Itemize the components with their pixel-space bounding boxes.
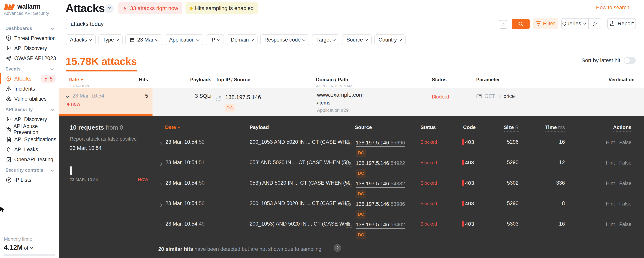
false-action[interactable]: False [619,221,632,227]
chip-country[interactable]: Country [374,34,406,45]
sidebar-item-vulnerabilities[interactable]: Vulnerabilities [0,94,59,104]
section-events[interactable]: Events [0,66,59,72]
sidebar-nav: Dashboards Threat Prevention API Discove… [0,26,59,187]
country-code[interactable]: US [346,161,352,166]
expand-chevron-icon[interactable] [160,140,162,146]
sidebar-item-owasp-api-2023[interactable]: OWASP API 2023 [0,53,59,63]
hit-row[interactable]: 23 Mar, 10:54:52 200_1053 AND 5020 IN ..… [59,135,644,156]
sidebar-item-threat-prevention[interactable]: Threat Prevention [0,33,59,43]
attack-ip[interactable]: 138.197.5.146 [225,94,261,100]
sort-label: Sort by latest hit [582,57,620,64]
country-code[interactable]: US [346,182,352,187]
hit-source: US 138.197.5.146:53402 [346,222,405,228]
chip-domain[interactable]: Domain [227,34,258,45]
hit-ip[interactable]: 138.197.5.146:53986 [356,201,405,208]
sidebar-item-ip-lists[interactable]: IP IP Lists [0,175,59,185]
chip-attacks[interactable]: Attacks [66,34,96,45]
country-code[interactable]: US [346,202,352,208]
expand-chevron-icon[interactable] [160,222,162,228]
hit-ip[interactable]: 138.197.5.146:54382 [356,181,405,188]
chip-ip[interactable]: IP [206,34,224,45]
country-code[interactable]: US [346,223,352,228]
collapse-chevron-icon[interactable] [66,94,69,98]
false-action[interactable]: False [619,140,632,145]
chip-type[interactable]: Type [98,34,123,45]
false-action[interactable]: False [619,160,632,166]
monthly-limit-value: 4.12M [4,244,22,251]
sidebar-item-api-abuse-prevention[interactable]: API Abuse Prevention [0,124,59,134]
sidebar-item-openapi-testing[interactable]: OpenAPI Testing [0,154,59,164]
hit-size: 5290 [484,200,518,206]
attack-parameter: GET price [476,93,515,99]
filter-button[interactable]: Filter [533,18,558,29]
hit-row[interactable]: 23 Mar, 10:54:50 200_1053 AND 5020 IN ..… [59,196,644,217]
sampling-footer: 20 similar hits have been detected but a… [158,246,322,252]
hit-actions: Hint False [606,160,632,166]
chip-target[interactable]: Target [312,34,339,45]
queries-button[interactable]: Queries [562,18,586,28]
help-icon[interactable]: ? [105,4,114,13]
chevron-down-icon [583,22,586,24]
country-code[interactable]: US [346,141,352,146]
hint-action[interactable]: Hint [606,160,615,166]
sidebar-item-incidents[interactable]: Incidents [0,84,59,94]
hit-time: 12 [530,160,565,166]
column-actions[interactable]: Actions [613,124,632,130]
expand-chevron-icon[interactable] [160,161,162,167]
expand-chevron-icon[interactable] [160,181,162,187]
section-dashboards[interactable]: Dashboards [0,26,59,31]
hint-action[interactable]: Hint [606,201,615,207]
hit-date: 23 Mar, 10:54:51 [166,160,205,166]
svg-text:IP: IP [8,179,10,182]
sort-desc-icon [178,127,180,128]
column-time[interactable]: Time ms [530,124,565,130]
false-action[interactable]: False [619,180,632,186]
search-input[interactable] [66,19,500,29]
http-method: GET [484,93,495,99]
column-date[interactable]: Date [165,124,180,130]
sidebar-item-api-leaks[interactable]: API Leaks [0,144,59,154]
search-button[interactable] [512,19,530,29]
hit-ip[interactable]: 138.197.5.146:54922 [356,160,405,167]
chevron-down-icon [50,168,54,172]
false-action[interactable]: False [619,201,632,207]
hit-size: 5296 [484,139,518,145]
chip-application[interactable]: Application [165,34,203,45]
chevron-down-icon [50,66,54,70]
country-code[interactable]: US [216,96,221,100]
expand-chevron-icon[interactable] [160,202,162,208]
hit-ip[interactable]: 138.197.5.146:55696 [356,140,405,147]
sidebar-item-api-discovery[interactable]: API Discovery [0,43,59,53]
hint-action[interactable]: Hint [606,140,615,145]
footer-help-icon[interactable]: ? [334,244,341,252]
biohazard-icon [6,96,14,102]
sort-toggle[interactable] [624,57,636,64]
attack-row-expanded[interactable]: 23 Mar, 10:54 now 5 3 SQLi US 138.197.5.… [59,88,644,116]
column-hits[interactable]: Hits [121,77,148,82]
filter-icon [536,22,541,26]
chip-date[interactable]: 23 Mar [125,34,162,45]
hint-action[interactable]: Hint [606,180,615,186]
column-domain-path: Domain / Path [316,77,348,82]
sampling-badge: Hits sampling is enabled [186,2,258,14]
how-to-search-link[interactable]: How to search [596,5,629,10]
column-date[interactable]: Date [68,77,83,82]
hit-ip[interactable]: 138.197.5.146:53402 [356,222,405,229]
sidebar-item-attacks[interactable]: Attacks 5 [0,74,59,84]
hit-row[interactable]: 23 Mar, 10:54:49 200_1053) AND 5020 IN .… [59,217,644,238]
hint-action[interactable]: Hint [606,221,615,227]
section-api-security[interactable]: API Security [0,106,59,112]
hit-time: 16 [530,221,565,227]
attacks-now-badge[interactable]: 33 attacks right now [118,2,182,14]
chip-source[interactable]: Source [342,34,372,45]
hit-row[interactable]: 23 Mar, 10:54:50 053') AND 5020 IN ... C… [59,176,644,196]
column-size[interactable]: Size B [484,124,518,130]
report-button[interactable]: Report [607,18,636,29]
section-security-controls[interactable]: Security controls [0,167,59,173]
hit-row[interactable]: 23 Mar, 10:54:51 053' AND 5020 IN ... CT… [59,156,644,176]
chip-response-code[interactable]: Response code [260,34,310,45]
sidebar-item-api-specifications[interactable]: API Specifications [0,134,59,144]
hit-payload: 053' AND 5020 IN ... CT (CASE WHEN (50 .… [250,160,350,166]
favorite-star-button[interactable]: ☆ [588,18,601,28]
sidebar-item-api-discovery-2[interactable]: API Discovery [0,114,59,124]
